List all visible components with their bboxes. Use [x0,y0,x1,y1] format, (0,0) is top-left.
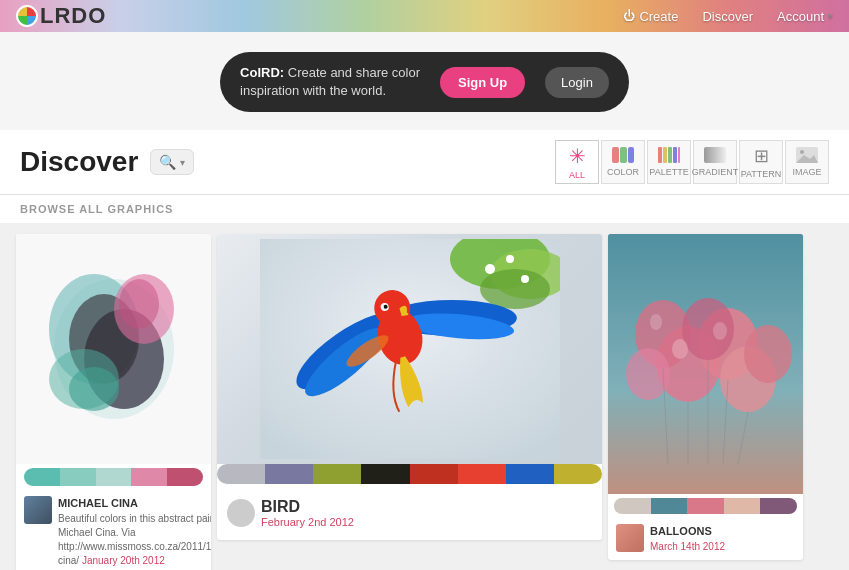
svg-rect-3 [658,147,662,163]
color-icon [612,147,634,165]
card-author: MICHAEL CINA [58,497,138,509]
search-box[interactable]: 🔍 ▾ [150,149,194,175]
svg-point-19 [69,367,119,411]
center-column: BIRD February 2nd 2012 [217,234,602,570]
svg-rect-0 [612,147,619,163]
card-left-image [16,234,211,464]
balloons-art [608,234,803,494]
color-swatches-balloons [614,498,797,514]
discover-bar: Discover 🔍 ▾ ✳ ALL COLOR PALETTE GRADIEN… [0,130,849,195]
logo[interactable]: LRDO [16,3,106,29]
svg-rect-5 [668,147,672,163]
all-icon: ✳ [569,144,586,168]
filter-palette-label: PALETTE [649,167,688,177]
logo-circle [16,5,38,27]
svg-rect-6 [673,147,677,163]
card-right-image [608,234,803,494]
avatar-row-bird: BIRD February 2nd 2012 [227,498,592,528]
card-bird[interactable]: BIRD February 2nd 2012 [217,234,602,540]
login-button[interactable]: Login [545,67,609,98]
filter-image[interactable]: IMAGE [785,140,829,184]
svg-point-24 [485,264,495,274]
filter-image-label: IMAGE [792,167,821,177]
card-date-bird: February 2nd 2012 [261,516,354,528]
svg-rect-4 [663,147,667,163]
promo-banner: CoIRD: Create and share colorinspiration… [0,32,849,130]
color-swatches-bird [217,464,602,484]
svg-point-26 [521,275,529,283]
left-column: MICHAEL CINA Beautiful colors in this ab… [16,234,211,570]
card-balloons[interactable]: BALLOONS March 14th 2012 [608,234,803,559]
svg-rect-7 [678,147,680,163]
filter-gradient[interactable]: GRADIENT [693,140,737,184]
card-text-right: BALLOONS March 14th 2012 [650,524,725,553]
search-icon: 🔍 [159,154,176,170]
filter-pattern[interactable]: ⊞ PATTERN [739,140,783,184]
header: LRDO ⏻ Create Discover Account ▾ [0,0,849,32]
nav-discover[interactable]: Discover [702,9,753,24]
card-title-bird: BIRD [261,498,354,516]
power-icon: ⏻ [623,9,635,23]
svg-point-50 [713,322,727,340]
avatar-balloons [616,524,644,552]
card-right-bottom: BALLOONS March 14th 2012 [608,518,803,559]
right-column: BALLOONS March 14th 2012 [608,234,803,570]
filter-color[interactable]: COLOR [601,140,645,184]
logo-text: LRDO [40,3,106,29]
filter-all[interactable]: ✳ ALL [555,140,599,184]
nav-account[interactable]: Account ▾ [777,9,833,24]
chevron-down-icon: ▾ [828,11,833,21]
card-info-left: MICHAEL CINA Beautiful colors in this ab… [16,490,211,570]
filter-gradient-label: GRADIENT [692,167,739,177]
promo-box: CoIRD: Create and share colorinspiration… [220,52,629,112]
color-swatches-left [24,468,203,486]
card-center-image [217,234,602,464]
card-text-left: MICHAEL CINA Beautiful colors in this ab… [58,496,211,567]
filter-buttons: ✳ ALL COLOR PALETTE GRADIENT ⊞ PATTERN [555,140,829,184]
page-title: Discover [20,146,138,178]
promo-text: CoIRD: Create and share colorinspiration… [240,64,420,100]
pattern-icon: ⊞ [754,145,769,167]
gradient-icon [704,147,726,165]
card-title-balloons: BALLOONS [650,525,712,537]
svg-point-10 [800,150,804,154]
avatar-michael-cina [24,496,52,524]
filter-pattern-label: PATTERN [741,169,782,179]
nav-right: ⏻ Create Discover Account ▾ [623,9,833,24]
chevron-down-icon: ▾ [180,157,185,168]
filter-palette[interactable]: PALETTE [647,140,691,184]
card-bottom-bird: BIRD February 2nd 2012 [217,490,602,540]
nav-account-label: Account [777,9,824,24]
card-michael-cina[interactable]: MICHAEL CINA Beautiful colors in this ab… [16,234,211,570]
palette-icon [658,147,680,165]
svg-point-23 [480,269,550,309]
image-icon [796,147,818,165]
svg-point-42 [744,325,792,383]
svg-point-49 [672,339,688,359]
browse-label: BROWSE ALL GRAPHICS [0,195,849,224]
svg-point-17 [119,279,159,329]
svg-rect-1 [620,147,627,163]
svg-point-51 [650,314,662,330]
signup-button[interactable]: Sign Up [440,67,525,98]
svg-point-25 [506,255,514,263]
nav-create[interactable]: ⏻ Create [623,9,678,24]
abstract-art [34,249,194,449]
filter-all-label: ALL [569,170,585,180]
nav-create-label: Create [639,9,678,24]
card-date-left[interactable]: January 20th 2012 [82,555,165,566]
avatar-bird [227,499,255,527]
filter-color-label: COLOR [607,167,639,177]
card-date-balloons[interactable]: March 14th 2012 [650,541,725,552]
grid: MICHAEL CINA Beautiful colors in this ab… [0,224,849,570]
svg-rect-2 [628,147,634,163]
promo-brand: CoIRD: [240,65,284,80]
svg-rect-8 [704,147,726,163]
bird-art [260,239,560,459]
